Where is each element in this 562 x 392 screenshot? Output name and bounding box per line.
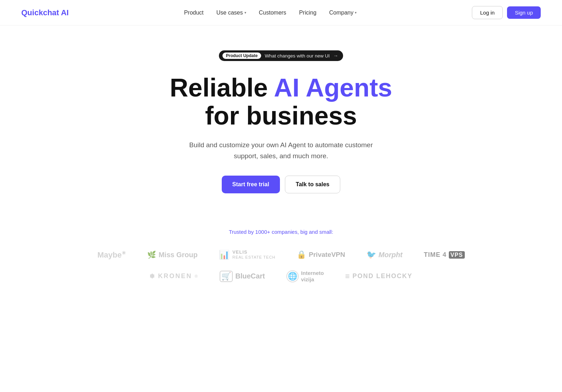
logos-row-1: Maybe✳ 🌿 Miss Group 📊 VELISREAL ESTATE T… — [68, 250, 494, 260]
logo-text-prefix: Quick — [21, 8, 43, 17]
product-update-badge[interactable]: Product Update What changes with our new… — [219, 50, 343, 61]
headline-start: Reliable — [170, 73, 274, 102]
nav-item-product[interactable]: Product — [184, 10, 204, 16]
nav-item-company[interactable]: Company ▾ — [329, 10, 357, 16]
nav-item-use-cases[interactable]: Use cases ▾ — [216, 10, 246, 16]
maybe-logo-text: Maybe✳ — [97, 250, 126, 260]
headline-end: for business — [205, 101, 357, 130]
bluecart-text: BlueCart — [235, 272, 265, 280]
interneto-text: Internetovizija — [301, 270, 324, 283]
bluecart-icon: 🛒 — [220, 271, 233, 282]
logo-text-highlight: chat — [43, 8, 59, 17]
site-header: Quickchat AI Product Use cases ▾ Custome… — [0, 0, 562, 26]
site-logo[interactable]: Quickchat AI — [21, 8, 69, 17]
logos-grid: Maybe✳ 🌿 Miss Group 📊 VELISREAL ESTATE T… — [68, 250, 494, 283]
velis-icon: 📊 — [219, 250, 230, 260]
interneto-icon: 🌐 — [286, 270, 299, 282]
pondlehocky-text: POND LEHOCKY — [353, 272, 413, 280]
missgroup-icon: 🌿 — [147, 250, 156, 259]
logo-maybe: Maybe✳ — [97, 250, 126, 260]
headline-highlight: AI Agents — [274, 73, 392, 102]
logo-time4vps: TIME 4 VPS — [424, 251, 465, 259]
logo-interneto: 🌐 Internetovizija — [286, 270, 324, 283]
logo-velis: 📊 VELISREAL ESTATE TECH — [219, 250, 275, 260]
main-nav: Product Use cases ▾ Customers Pricing Co… — [184, 10, 357, 16]
privatevpn-icon: 🔒 — [297, 250, 306, 259]
logo-missgroup: 🌿 Miss Group — [147, 250, 198, 259]
trust-section: Trusted by 1000+ companies, big and smal… — [0, 215, 562, 300]
nav-item-pricing[interactable]: Pricing — [299, 10, 316, 16]
logo-text-suffix: AI — [59, 8, 68, 17]
signup-button[interactable]: Sign up — [507, 6, 541, 19]
start-trial-button[interactable]: Start free trial — [222, 176, 280, 193]
header-actions: Log in Sign up — [472, 6, 541, 19]
logos-row-2: ❄ KRONEN ® 🛒 BlueCart 🌐 Internetovizija … — [68, 270, 494, 283]
logo-privatevpn: 🔒 PrivateVPN — [297, 250, 345, 259]
trust-text: Trusted by 1000+ companies, big and smal… — [229, 229, 333, 235]
hero-cta-buttons: Start free trial Talk to sales — [222, 176, 341, 193]
logo-kronen: ❄ KRONEN ® — [149, 272, 198, 280]
logo-pondlehocky: ≡ POND LEHOCKY — [345, 272, 413, 281]
talk-to-sales-button[interactable]: Talk to sales — [285, 176, 341, 193]
logo-morpht: 🐦 Morpht — [367, 250, 403, 259]
trust-label-prefix: Trusted by 1000+ companies, — [229, 229, 301, 235]
hero-subtext: Build and customize your own AI Agent to… — [182, 140, 380, 161]
morpht-text: Morpht — [379, 251, 403, 259]
badge-text: What changes with our new UI — [265, 53, 330, 59]
badge-label: Product Update — [222, 53, 261, 59]
nav-item-customers[interactable]: Customers — [259, 10, 286, 16]
hero-section: Product Update What changes with our new… — [0, 26, 562, 215]
hero-headline: Reliable AI Agents for business — [170, 74, 392, 130]
pondlehocky-icon: ≡ — [345, 272, 350, 281]
trust-label-link[interactable]: big and small: — [301, 229, 334, 235]
velis-text: VELISREAL ESTATE TECH — [232, 250, 275, 260]
privatevpn-text: PrivateVPN — [309, 251, 345, 259]
chevron-down-icon-2: ▾ — [355, 11, 357, 15]
kronen-icon: ❄ — [149, 272, 155, 280]
login-button[interactable]: Log in — [472, 6, 503, 19]
morpht-icon: 🐦 — [367, 250, 376, 259]
chevron-down-icon: ▾ — [244, 11, 246, 15]
kronen-text: KRONEN — [158, 272, 192, 280]
logo-bluecart: 🛒 BlueCart — [220, 271, 265, 282]
arrow-icon: → — [333, 53, 338, 59]
time4vps-text: TIME 4 VPS — [424, 251, 465, 259]
missgroup-text: Miss Group — [159, 251, 198, 259]
